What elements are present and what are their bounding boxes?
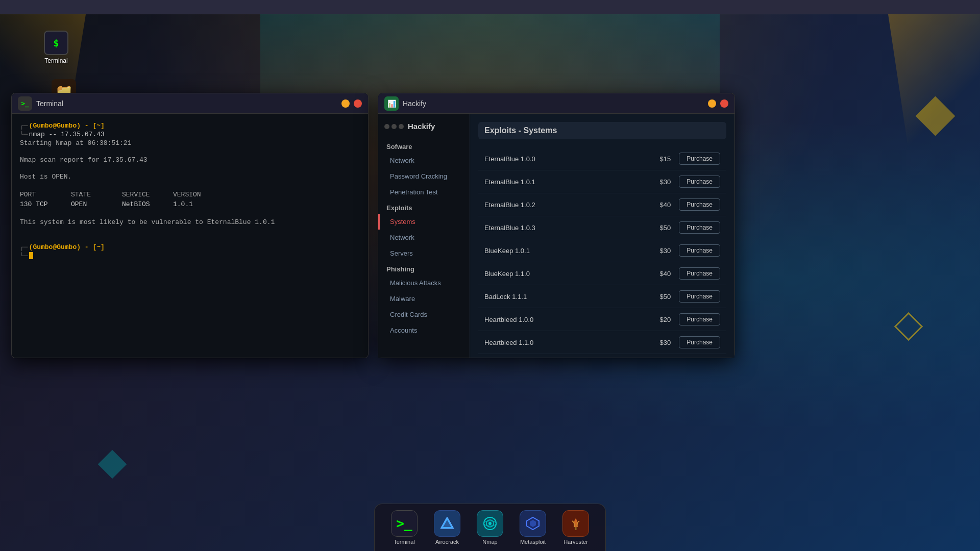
- exploit-price-2: $40: [650, 201, 671, 209]
- terminal-close-button[interactable]: [354, 99, 362, 108]
- hackify-logo-dots: [384, 124, 404, 129]
- exploit-name-8: Heartbleed 1.1.0: [484, 339, 650, 346]
- sidebar-item-exploits-systems[interactable]: Systems: [378, 214, 470, 230]
- terminal-output-8: This system is most likely to be vulnera…: [20, 218, 360, 226]
- sidebar-item-password-cracking[interactable]: Password Cracking: [378, 168, 470, 184]
- dot-3: [399, 124, 404, 129]
- exploit-price-7: $20: [650, 316, 671, 323]
- exploit-row-2[interactable]: EternalBlue 1.0.2 $40 Purchase: [478, 193, 726, 216]
- exploit-row-5[interactable]: BlueKeep 1.1.0 $40 Purchase: [478, 262, 726, 285]
- sidebar-item-malicious-attacks[interactable]: Malicious Attacks: [378, 275, 470, 291]
- terminal-title-text: Terminal: [36, 99, 341, 108]
- terminal-blank-2: [20, 165, 360, 172]
- purchase-button-5[interactable]: Purchase: [679, 267, 720, 280]
- top-taskbar: [0, 0, 980, 14]
- terminal-window: >_ Terminal ┌─ (Gumbo@Gumbo) - [~] └─ nm…: [11, 93, 369, 358]
- hackify-window-controls: [708, 99, 728, 108]
- terminal-content-area[interactable]: ┌─ (Gumbo@Gumbo) - [~] └─ nmap -- 17.35.…: [12, 114, 368, 358]
- exploit-row-4[interactable]: BlueKeep 1.0.1 $30 Purchase: [478, 239, 726, 262]
- sidebar-section-exploits: Exploits: [378, 200, 470, 214]
- dot-2: [391, 124, 397, 129]
- exploit-name-2: EternalBlue 1.0.2: [484, 201, 650, 209]
- purchase-button-0[interactable]: Purchase: [679, 153, 720, 165]
- sidebar-item-exploits-servers[interactable]: Servers: [378, 245, 470, 261]
- sidebar-item-penetration-test[interactable]: Penetration Test: [378, 184, 470, 200]
- hackify-titlebar-icon: 📊: [384, 96, 399, 111]
- exploits-section-title: Exploits - Systems: [478, 122, 726, 139]
- taskbar-nmap[interactable]: Nmap: [473, 508, 507, 547]
- sidebar-item-malware[interactable]: Malware: [378, 291, 470, 307]
- purchase-button-1[interactable]: Purchase: [679, 176, 720, 188]
- terminal-titlebar: >_ Terminal: [12, 93, 368, 114]
- exploit-name-0: EternalBlue 1.0.0: [484, 155, 650, 163]
- terminal-blank-4: [20, 210, 360, 217]
- sidebar-section-sofware: Sofware: [378, 139, 470, 153]
- terminal-cursor: [29, 252, 33, 259]
- taskbar-dock: >_ Terminal Airocrack Nma: [374, 504, 606, 551]
- sidebar-item-credit-cards[interactable]: Credit Cards: [378, 307, 470, 322]
- purchase-button-8[interactable]: Purchase: [679, 336, 720, 348]
- purchase-button-6[interactable]: Purchase: [679, 290, 720, 303]
- dot-1: [384, 124, 389, 129]
- exploit-name-3: EternalBlue 1.0.3: [484, 224, 650, 232]
- terminal-command-1: └─ nmap -- 17.35.67.43: [20, 131, 360, 138]
- taskbar-airocrack[interactable]: Airocrack: [430, 508, 464, 547]
- hackify-title-text: Hackify: [403, 99, 708, 108]
- exploit-name-4: BlueKeep 1.0.1: [484, 247, 650, 255]
- taskbar-metasploit[interactable]: Metasploit: [516, 508, 550, 547]
- exploit-name-5: BlueKeep 1.1.0: [484, 270, 650, 278]
- terminal-output-3: Nmap scan report for 17.35.67.43: [20, 156, 360, 164]
- exploit-row-0[interactable]: EternalBlue 1.0.0 $15 Purchase: [478, 147, 726, 170]
- hackify-window: 📊 Hackify Hackify Sofw: [378, 93, 735, 358]
- exploit-row-1[interactable]: EternalBlue 1.0.1 $30 Purchase: [478, 170, 726, 193]
- terminal-prompt-2: ┌─ (Gumbo@Gumbo) - [~]: [20, 243, 360, 251]
- terminal-titlebar-icon: >_: [18, 96, 32, 111]
- taskbar-harvester[interactable]: Harvester: [558, 508, 593, 547]
- sidebar-item-exploits-network[interactable]: Network: [378, 230, 470, 245]
- sidebar-section-phishing: Phishing: [378, 261, 470, 275]
- exploit-price-5: $40: [650, 270, 671, 278]
- terminal-cursor-line: └─: [20, 252, 360, 260]
- exploit-row-7[interactable]: Heartbleed 1.0.0 $20 Purchase: [478, 308, 726, 331]
- purchase-button-7[interactable]: Purchase: [679, 313, 720, 325]
- exploit-name-1: EternalBlue 1.0.1: [484, 178, 650, 186]
- taskbar-terminal[interactable]: >_ Terminal: [387, 508, 422, 547]
- terminal-blank-5: [20, 227, 360, 234]
- terminal-window-controls: [341, 99, 362, 108]
- purchase-button-3[interactable]: Purchase: [679, 221, 720, 234]
- terminal-icon-label: Terminal: [44, 57, 67, 64]
- taskbar-nmap-label: Nmap: [482, 539, 497, 545]
- hackify-sidebar: Hackify Sofware Network Password Crackin…: [378, 114, 470, 358]
- exploit-row-3[interactable]: EternalBlue 1.0.3 $50 Purchase: [478, 216, 726, 239]
- hackify-minimize-button[interactable]: [708, 99, 716, 108]
- exploit-name-6: BadLock 1.1.1: [484, 293, 650, 300]
- exploit-price-4: $30: [650, 247, 671, 255]
- terminal-desktop-icon[interactable]: $ Terminal: [36, 31, 77, 64]
- purchase-button-4[interactable]: Purchase: [679, 244, 720, 257]
- purchase-button-2[interactable]: Purchase: [679, 198, 720, 211]
- exploit-price-8: $30: [650, 339, 671, 346]
- exploit-price-1: $30: [650, 178, 671, 186]
- taskbar-terminal-label: Terminal: [394, 539, 415, 545]
- exploit-price-0: $15: [650, 155, 671, 163]
- exploit-name-7: Heartbleed 1.0.0: [484, 316, 650, 323]
- hackify-titlebar: 📊 Hackify: [378, 93, 734, 114]
- sidebar-item-accounts[interactable]: Accounts: [378, 322, 470, 338]
- exploit-price-3: $50: [650, 224, 671, 232]
- sidebar-item-network-sofware[interactable]: Network: [378, 153, 470, 168]
- hackify-body: Hackify Sofware Network Password Crackin…: [378, 114, 734, 358]
- hackify-logo-text: Hackify: [408, 122, 435, 131]
- exploit-price-6: $50: [650, 293, 671, 300]
- terminal-table-header: PORT STATE SERVICE VERSION: [20, 191, 360, 198]
- taskbar-harvester-label: Harvester: [564, 539, 588, 545]
- exploit-row-6[interactable]: BadLock 1.1.1 $50 Purchase: [478, 285, 726, 308]
- taskbar-airocrack-label: Airocrack: [435, 539, 459, 545]
- terminal-prompt-1: ┌─ (Gumbo@Gumbo) - [~]: [20, 122, 360, 130]
- terminal-blank-6: [20, 235, 360, 242]
- hackify-close-button[interactable]: [720, 99, 728, 108]
- terminal-minimize-button[interactable]: [341, 99, 350, 108]
- terminal-blank-1: [20, 148, 360, 155]
- exploit-row-8[interactable]: Heartbleed 1.1.0 $30 Purchase: [478, 331, 726, 354]
- taskbar-metasploit-label: Metasploit: [520, 539, 546, 545]
- terminal-blank-3: [20, 182, 360, 189]
